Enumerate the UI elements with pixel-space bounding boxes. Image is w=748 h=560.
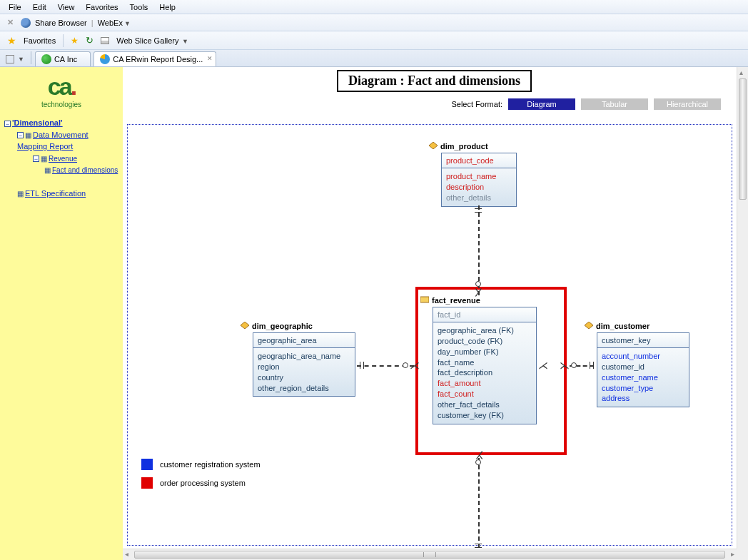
doc-icon: ▦ [25, 131, 31, 139]
select-format-label: Select Format: [451, 100, 502, 108]
doc-icon: ▦ [44, 166, 51, 174]
entity-attrs: product_name description other_details [442, 168, 516, 206]
crowfoot-icon: ⋋ [473, 287, 485, 297]
scroll-thumb[interactable] [739, 78, 747, 200]
tab-favicon-icon [41, 54, 51, 64]
connector-end [475, 281, 481, 287]
menu-file[interactable]: File [4, 1, 26, 13]
svg-marker-3 [585, 322, 593, 329]
connector-end [475, 212, 482, 213]
tab-label: CA Inc [54, 55, 77, 63]
entity-attrs: geographic_area (FK) product_code (FK) d… [433, 322, 536, 424]
connector-end [475, 459, 481, 465]
entity-pk: geographic_area [253, 333, 355, 348]
tree-etl-spec[interactable]: ETL Specification [25, 189, 86, 198]
tree-collapse-icon[interactable]: − [4, 121, 11, 127]
crowfoot-icon: ⋋ [473, 450, 485, 460]
share-browser-button[interactable]: Share Browser [35, 19, 87, 27]
entity-pk: fact_id [433, 307, 536, 322]
doc-icon: ▦ [41, 155, 47, 163]
ie-icon [100, 54, 110, 64]
quick-tabs-icon[interactable]: ▼ [3, 55, 27, 66]
entity-name: dim_product [439, 142, 490, 152]
connector [478, 458, 480, 548]
sidebar: ca. technologies −'Dimensional' −▦Data M… [0, 67, 123, 560]
crowfoot-icon: ⋌ [410, 360, 420, 371]
tree-collapse-icon[interactable]: − [17, 132, 24, 138]
entity-name: fact_revenue [430, 296, 482, 306]
favorites-button[interactable]: Favorites [24, 36, 56, 45]
entity-dim-geographic[interactable]: dim_geographic geographic_area geographi… [253, 332, 355, 397]
connector-end [403, 362, 408, 368]
connector-end [360, 362, 360, 369]
globe-icon [21, 18, 31, 28]
content-pane: Diagram : Fact and dimensions Select For… [123, 67, 748, 560]
scroll-corner [737, 549, 748, 560]
format-diagram-button[interactable]: Diagram [508, 98, 575, 110]
connector-end [475, 544, 482, 544]
toolbar-share: ✕ Share Browser | WebEx▼ [0, 14, 748, 31]
format-hierarchical-button[interactable]: Hierarchical [654, 98, 721, 110]
tab-strip: ▼ CA Inc CA ERwin Report Desig... ✕ [0, 50, 748, 67]
entity-name: dim_geographic [251, 322, 314, 332]
crowfoot-icon: ⋌ [538, 360, 548, 371]
menu-edit[interactable]: Edit [29, 1, 51, 13]
tree-revenue[interactable]: Revenue [49, 155, 77, 163]
separator [63, 34, 64, 47]
entity-pk: customer_key [597, 333, 689, 348]
connector-end [475, 208, 482, 209]
entity-dim-customer[interactable]: dim_customer customer_key account_number… [597, 332, 689, 407]
tab-label: CA ERwin Report Desig... [113, 55, 203, 63]
tree-fact-dimensions[interactable]: Fact and dimensions [52, 166, 118, 174]
webex-menu[interactable]: WebEx▼ [98, 19, 131, 27]
web-slice-gallery-button[interactable]: Web Slice Gallery ▼ [116, 36, 188, 45]
main: ca. technologies −'Dimensional' −▦Data M… [0, 67, 748, 560]
legend: customer registration system order proce… [141, 459, 261, 496]
toolbar-close-icon[interactable]: ✕ [4, 18, 16, 27]
connector-end [590, 362, 590, 369]
connector-end [593, 362, 594, 369]
tab-ca-inc[interactable]: CA Inc [35, 51, 91, 66]
nav-tree: −'Dimensional' −▦Data Movement Mapping R… [4, 117, 118, 199]
tab-erwin-report[interactable]: CA ERwin Report Desig... ✕ [94, 51, 216, 66]
web-slice-icon [101, 37, 109, 44]
dimension-icon [585, 322, 593, 329]
toolbar-separator: | [91, 19, 94, 27]
diagram-title: Diagram : Fact and dimensions [337, 70, 532, 92]
format-tabular-button[interactable]: Tabular [581, 98, 648, 110]
entity-name: dim_customer [595, 322, 651, 332]
star-small-icon: ★ [71, 36, 79, 46]
horizontal-scrollbar[interactable] [123, 549, 737, 560]
tree-collapse-icon[interactable]: − [33, 156, 39, 162]
tab-close-icon[interactable]: ✕ [207, 55, 213, 62]
dimension-icon [429, 142, 438, 149]
favorites-bar: ★ Favorites ★ ↻ Web Slice Gallery ▼ [0, 31, 748, 50]
dimension-icon [241, 322, 249, 329]
connector-end [571, 362, 577, 368]
entity-attrs: account_number customer_id customer_name… [597, 348, 689, 407]
crowfoot-icon: ⋋ [560, 360, 570, 371]
connector-end [475, 547, 482, 548]
menu-tools[interactable]: Tools [126, 1, 153, 13]
refresh-icon[interactable]: ↻ [86, 35, 94, 46]
doc-icon: ▦ [17, 190, 24, 198]
fact-icon [420, 296, 429, 303]
menubar: File Edit View Favorites Tools Help [0, 0, 748, 14]
entity-dim-product[interactable]: dim_product product_code product_name de… [441, 153, 517, 207]
menu-view[interactable]: View [54, 1, 79, 13]
format-selector: Select Format: Diagram Tabular Hierarchi… [451, 98, 721, 110]
separator [31, 51, 31, 64]
legend-swatch-red [141, 477, 153, 489]
menu-help[interactable]: Help [155, 1, 180, 13]
logo: ca. technologies [4, 73, 118, 108]
connector-end [363, 362, 364, 369]
entity-pk: product_code [442, 153, 516, 168]
tree-root[interactable]: 'Dimensional' [12, 118, 63, 127]
menu-favorites[interactable]: Favorites [81, 1, 122, 13]
vertical-scrollbar[interactable] [737, 67, 748, 560]
legend-label: order processing system [160, 479, 246, 487]
entity-fact-revenue[interactable]: fact_revenue fact_id geographic_area (FK… [433, 307, 537, 424]
legend-label: customer registration system [160, 460, 261, 469]
svg-rect-1 [420, 297, 429, 302]
diagram-canvas[interactable]: dim_product product_code product_name de… [127, 124, 732, 546]
